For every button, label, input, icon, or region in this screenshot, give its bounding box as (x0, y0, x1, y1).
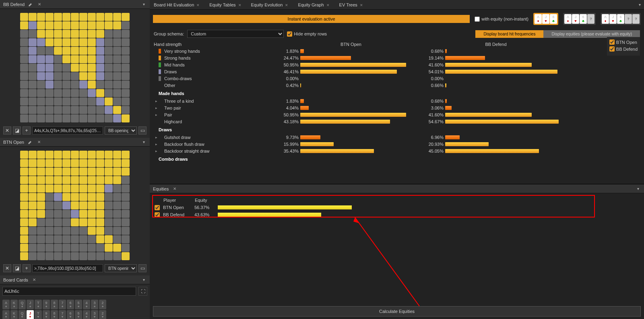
range-cell[interactable] (79, 210, 87, 218)
range-cell[interactable] (62, 218, 70, 226)
range-cell[interactable] (37, 210, 45, 218)
range-cell[interactable] (79, 114, 87, 122)
range-cell[interactable] (20, 38, 28, 46)
player-check[interactable] (155, 212, 160, 218)
range-cell[interactable] (37, 159, 45, 167)
card-Ts[interactable]: T♠ (35, 300, 42, 309)
range-cell[interactable] (96, 64, 104, 72)
range-cell[interactable] (96, 210, 104, 218)
group-schema-select[interactable]: Custom (187, 30, 284, 38)
range-cell[interactable] (62, 30, 70, 38)
range-cell[interactable] (113, 106, 121, 114)
range-cell[interactable] (105, 13, 113, 21)
card-As[interactable]: A♠ (2, 300, 10, 309)
range-cell[interactable] (29, 252, 37, 260)
range-cell[interactable] (96, 81, 104, 89)
range-cell[interactable] (20, 184, 28, 193)
display-eq-toggle[interactable]: Display equities (please evaluate with e… (543, 30, 640, 38)
table-row[interactable]: ▸Backdoor straight draw35.43%45.05% (154, 147, 640, 154)
range-cell[interactable] (79, 151, 87, 159)
range-cell[interactable] (20, 13, 28, 21)
range-cell[interactable] (20, 201, 28, 209)
expand-icon[interactable]: ▸ (154, 142, 159, 146)
range-cell[interactable] (54, 21, 62, 29)
card-8h[interactable]: 8♥ (51, 310, 58, 319)
range-cell[interactable] (88, 210, 96, 218)
range-cell[interactable] (122, 227, 130, 235)
range-cell[interactable] (29, 89, 37, 97)
range-cell[interactable] (122, 201, 130, 209)
close-icon[interactable] (36, 139, 42, 145)
range-cell[interactable] (29, 176, 37, 184)
range-cell[interactable] (29, 38, 37, 46)
range-cell[interactable] (54, 13, 62, 21)
range-cell[interactable] (88, 151, 96, 159)
clear-button[interactable]: ✕ (3, 264, 11, 272)
range-cell[interactable] (105, 21, 113, 29)
card-5s[interactable]: 5♠ (75, 300, 82, 309)
range-cell[interactable] (54, 210, 62, 218)
range-cell[interactable] (96, 114, 104, 122)
range-cell[interactable] (122, 55, 130, 63)
range-cell[interactable] (96, 89, 104, 97)
range-cell[interactable] (29, 97, 37, 106)
range-cell[interactable] (62, 151, 70, 159)
range-cell[interactable] (29, 47, 37, 55)
card-3h[interactable]: 3♥ (91, 310, 98, 319)
range-cell[interactable] (113, 235, 121, 243)
range-cell[interactable] (113, 159, 121, 167)
card-4s[interactable]: 4♠ (83, 300, 90, 309)
range-cell[interactable] (122, 193, 130, 201)
range-cell[interactable] (105, 114, 113, 122)
range-cell[interactable] (79, 13, 87, 21)
range-cell[interactable] (122, 159, 130, 167)
range-cell[interactable] (113, 97, 121, 106)
range-cell[interactable] (29, 21, 37, 29)
range-cell[interactable] (71, 38, 79, 46)
table-row[interactable]: ▸Pair50.95%41.60% (154, 111, 640, 118)
range-cell[interactable] (54, 81, 62, 89)
btn-preset-select[interactable]: BTN opening ... (105, 264, 137, 272)
range-cell[interactable] (88, 47, 96, 55)
range-cell[interactable] (88, 235, 96, 243)
range-cell[interactable] (45, 89, 54, 97)
card-4h[interactable]: 4♥ (83, 310, 90, 319)
range-cell[interactable] (37, 218, 45, 226)
range-cell[interactable] (54, 168, 62, 176)
range-cell[interactable] (54, 235, 62, 243)
range-cell[interactable] (88, 252, 96, 260)
range-cell[interactable] (20, 55, 28, 63)
range-cell[interactable] (113, 244, 121, 252)
range-cell[interactable] (79, 184, 87, 193)
range-cell[interactable] (54, 252, 62, 260)
range-cell[interactable] (88, 244, 96, 252)
range-cell[interactable] (37, 38, 45, 46)
range-cell[interactable] (45, 81, 54, 89)
range-cell[interactable] (96, 184, 104, 193)
range-cell[interactable] (54, 38, 62, 46)
range-cell[interactable] (62, 176, 70, 184)
table-row[interactable]: Strong hands24.47%19.14% (154, 54, 640, 61)
range-cell[interactable] (105, 106, 113, 114)
range-cell[interactable] (79, 218, 87, 226)
range-cell[interactable] (62, 106, 70, 114)
range-cell[interactable] (45, 151, 54, 159)
range-cell[interactable] (54, 151, 62, 159)
range-cell[interactable] (113, 38, 121, 46)
range-cell[interactable] (45, 106, 54, 114)
range-cell[interactable] (122, 218, 130, 226)
range-cell[interactable] (122, 151, 130, 159)
range-cell[interactable] (71, 64, 79, 72)
range-cell[interactable] (96, 252, 104, 260)
range-cell[interactable] (122, 114, 130, 122)
range-cell[interactable] (79, 21, 87, 29)
range-cell[interactable] (62, 55, 70, 63)
range-cell[interactable] (37, 64, 45, 72)
range-cell[interactable] (79, 97, 87, 106)
range-cell[interactable] (113, 13, 121, 21)
range-cell[interactable] (29, 159, 37, 167)
range-cell[interactable] (79, 55, 87, 63)
range-cell[interactable] (122, 106, 130, 114)
range-cell[interactable] (71, 193, 79, 201)
card-Kh[interactable]: K♥ (10, 310, 18, 319)
